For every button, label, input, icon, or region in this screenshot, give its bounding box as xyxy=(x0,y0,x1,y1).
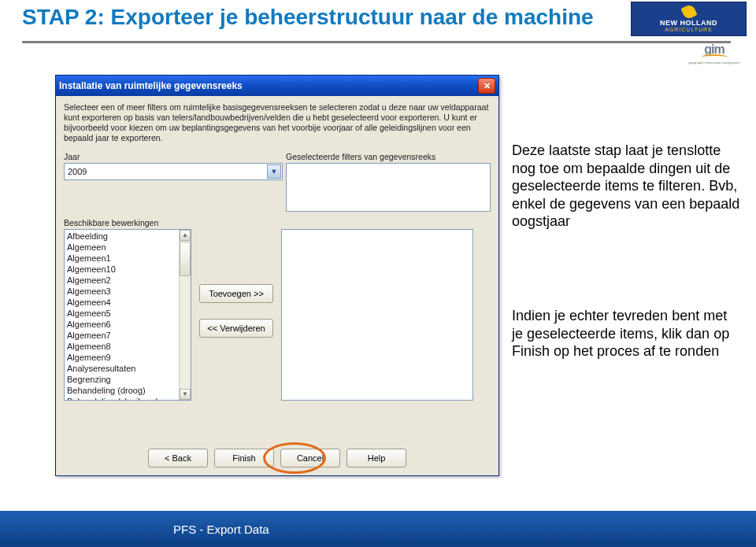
back-button[interactable]: < Back xyxy=(148,449,208,468)
year-select[interactable]: 2009 ▼ xyxy=(64,163,283,180)
slide-footer: PFS - Export Data xyxy=(0,511,756,547)
available-ops-label: Beschikbare bewerkingen xyxy=(64,218,491,227)
list-item[interactable]: Behandeling (droog) xyxy=(66,385,178,396)
list-item[interactable]: Afbeelding xyxy=(66,231,178,242)
year-label: Jaar xyxy=(64,152,278,161)
list-item[interactable]: Algemeen2 xyxy=(66,275,178,286)
list-item[interactable]: Algemeen7 xyxy=(66,330,178,341)
list-item[interactable]: Analyseresultaten xyxy=(66,363,178,374)
list-item[interactable]: Behandeling (vloeibaar) xyxy=(66,396,178,401)
list-item[interactable]: Algemeen5 xyxy=(66,308,178,319)
list-item[interactable]: Algemeen9 xyxy=(66,352,178,363)
list-item[interactable]: Algemeen8 xyxy=(66,341,178,352)
dialog-button-row: < Back Finish Cancel Help xyxy=(56,449,498,468)
selected-filters-list[interactable] xyxy=(286,163,491,212)
gim-logo: gim geographic information management xyxy=(687,43,742,66)
gim-arc xyxy=(701,54,728,61)
list-item[interactable]: Algemeen4 xyxy=(66,297,178,308)
list-item[interactable]: Algemeen6 xyxy=(66,319,178,330)
list-item[interactable]: Algemeen1 xyxy=(66,253,178,264)
new-holland-logo: NEW HOLLAND AGRICULTURE xyxy=(631,2,747,36)
scroll-down-icon[interactable]: ▼ xyxy=(180,389,191,400)
leaf-icon xyxy=(680,3,697,20)
annotation-filter: Deze laatste stap laat je tenslotte nog … xyxy=(512,142,740,231)
list-item[interactable]: Algemeen3 xyxy=(66,286,178,297)
year-value: 2009 xyxy=(68,167,87,176)
title-divider xyxy=(22,41,731,43)
dialog-intro-text: Selecteer een of meer filters om ruimtel… xyxy=(64,102,491,144)
remove-button[interactable]: << Verwijderen xyxy=(199,319,273,338)
slide-title: STAP 2: Exporteer je beheerstructuur naa… xyxy=(22,5,594,30)
logo-line2: AGRICULTURE xyxy=(665,27,713,32)
finish-button[interactable]: Finish xyxy=(214,449,274,468)
dialog-titlebar[interactable]: Installatie van ruimtelijke gegevensreek… xyxy=(56,76,498,96)
dialog-title: Installatie van ruimtelijke gegevensreek… xyxy=(59,80,478,91)
available-ops-list[interactable]: AfbeeldingAlgemeenAlgemeen1Algemeen10Alg… xyxy=(64,229,191,401)
scroll-thumb[interactable] xyxy=(180,242,191,276)
list-item[interactable]: Algemeen10 xyxy=(66,264,178,275)
gim-sub: geographic information management xyxy=(688,61,739,65)
help-button[interactable]: Help xyxy=(346,449,406,468)
cancel-button[interactable]: Cancel xyxy=(280,449,340,468)
logo-line1: NEW HOLLAND xyxy=(660,19,717,27)
list-item[interactable]: Algemeen xyxy=(66,242,178,253)
list-item[interactable]: Begrenzing xyxy=(66,374,178,385)
add-button[interactable]: Toevoegen >> xyxy=(199,284,273,303)
annotation-finish: Indien je echter tevreden bent met je ge… xyxy=(512,307,740,360)
scrollbar[interactable]: ▲ ▼ xyxy=(179,230,191,400)
selected-filters-label: Geselecteerde filters van gegevensreeks xyxy=(286,152,491,161)
install-dataset-dialog: Installatie van ruimtelijke gegevensreek… xyxy=(55,75,499,476)
close-icon[interactable]: ✕ xyxy=(478,78,495,94)
chevron-down-icon[interactable]: ▼ xyxy=(267,164,281,179)
scroll-up-icon[interactable]: ▲ xyxy=(180,230,191,241)
chosen-ops-list[interactable] xyxy=(281,229,473,401)
footer-text: PFS - Export Data xyxy=(173,523,269,536)
